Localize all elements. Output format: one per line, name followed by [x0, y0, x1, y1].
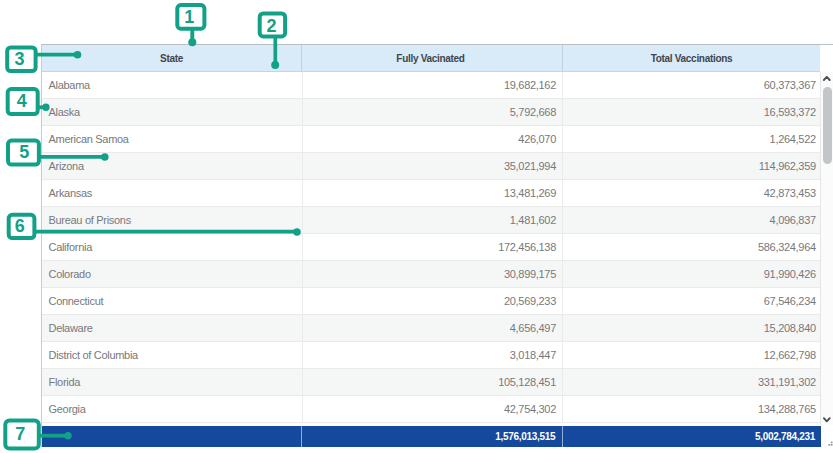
svg-text:4: 4 [17, 91, 27, 111]
svg-text:1: 1 [184, 7, 194, 27]
svg-text:2: 2 [266, 16, 276, 36]
svg-text:6: 6 [15, 216, 25, 236]
svg-text:5: 5 [19, 142, 29, 162]
svg-text:3: 3 [14, 49, 24, 69]
svg-text:7: 7 [15, 424, 25, 444]
